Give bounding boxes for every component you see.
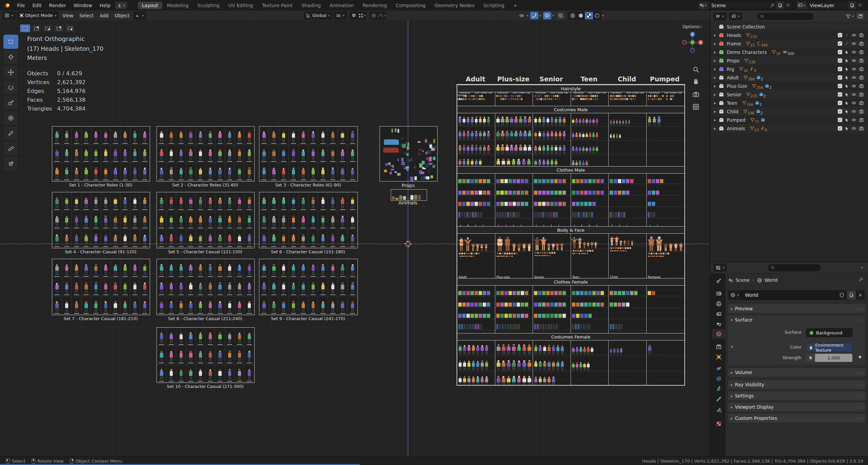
workspace-tab-uv-editing[interactable]: UV Editing xyxy=(224,2,257,9)
selectable-toggle[interactable] xyxy=(845,109,849,114)
tab-physics[interactable] xyxy=(712,364,725,373)
expand-arrow-icon[interactable]: ▶ xyxy=(714,84,719,88)
unlink-datablock-button[interactable]: ✕ xyxy=(856,290,865,300)
strength-node-dot-button[interactable] xyxy=(806,354,815,362)
properties-search-input[interactable] xyxy=(768,264,821,272)
strength-decorator-dot[interactable] xyxy=(859,356,861,358)
viewport-menu-object[interactable]: Object xyxy=(112,13,133,18)
pin-icon[interactable] xyxy=(768,3,776,8)
exclude-checkbox[interactable]: ✓ xyxy=(838,126,842,131)
workspace-tab-rendering[interactable]: Rendering xyxy=(358,2,391,9)
panel-ray-visibility[interactable]: ▸Ray Visibility:::: xyxy=(728,380,865,389)
viewport-menu-add[interactable]: Add xyxy=(97,13,112,18)
viewport-3d[interactable]: Options ▾ > Front Orthographic (17) Head… xyxy=(0,20,710,456)
editor-splitter-horizontal[interactable] xyxy=(710,261,868,262)
exclude-checkbox[interactable]: ✓ xyxy=(838,92,842,97)
expand-arrow-icon[interactable]: ▶ xyxy=(714,34,719,37)
outliner-item-rig[interactable]: ▶Rig1K6✓ xyxy=(710,65,868,73)
outliner-item-animals[interactable]: ▶Animals136✓ xyxy=(710,124,868,133)
outliner-filter-type-dropdown[interactable]: ▾ xyxy=(729,13,742,20)
transform-orientation-dropdown[interactable]: Global ▾ xyxy=(304,12,332,20)
hide-eye-toggle[interactable] xyxy=(851,109,856,114)
workspace-tab-scripting[interactable]: Scripting xyxy=(479,2,509,9)
overlays-toggle[interactable] xyxy=(543,12,551,19)
shading-material-button[interactable] xyxy=(585,12,593,19)
tab-object[interactable] xyxy=(712,352,725,362)
selectable-toggle[interactable] xyxy=(845,67,849,72)
hide-eye-toggle[interactable] xyxy=(851,75,856,80)
breadcrumb-world[interactable]: World xyxy=(764,277,778,283)
expand-arrow-icon[interactable]: ▶ xyxy=(714,118,719,122)
snap-toggle[interactable] xyxy=(350,12,358,19)
properties-editor-type-button[interactable]: ▾ xyxy=(713,264,727,272)
scene-datablock-icon[interactable]: ▾ xyxy=(698,1,708,9)
editor-type-button[interactable]: ▾ xyxy=(2,12,16,20)
selectable-toggle[interactable] xyxy=(845,58,849,63)
expand-arrow-icon[interactable]: ▶ xyxy=(714,110,719,113)
surface-value-button[interactable]: Background xyxy=(806,328,852,337)
expand-arrow-icon[interactable]: ▶ xyxy=(714,42,719,45)
workspace-tab-compositing[interactable]: Compositing xyxy=(392,2,430,9)
workspace-tab-modeling[interactable]: Modeling xyxy=(163,2,193,9)
selectable-toggle[interactable] xyxy=(845,84,849,89)
outliner-item-child[interactable]: ▶Child1462✓ xyxy=(710,107,868,116)
tab-tool[interactable] xyxy=(712,276,725,285)
proportional-editing-toggle[interactable] xyxy=(370,12,378,19)
render-camera-toggle[interactable] xyxy=(859,58,864,63)
outliner-search-input[interactable] xyxy=(757,13,814,20)
selectable-toggle[interactable] xyxy=(845,92,849,97)
viewport-menu-view[interactable]: View xyxy=(59,13,76,18)
expand-arrow-icon[interactable]: ▶ xyxy=(714,127,719,130)
shading-solid-button[interactable] xyxy=(577,12,585,19)
snap-with-dropdown[interactable]: ▾ xyxy=(358,12,366,19)
expand-arrow-icon[interactable]: ▶ xyxy=(714,59,719,62)
panel-surface[interactable]: ▾Surface:::: xyxy=(728,315,865,324)
expand-arrow-icon[interactable]: ▶ xyxy=(714,93,719,96)
hide-eye-toggle[interactable] xyxy=(851,66,856,72)
pivot-point-dropdown[interactable]: ▾ xyxy=(334,12,347,20)
hide-eye-toggle[interactable] xyxy=(851,126,856,131)
tab-constraints[interactable] xyxy=(712,374,725,383)
new-viewlayer-button[interactable] xyxy=(848,1,856,9)
tab-collection[interactable] xyxy=(712,342,725,351)
gizmos-toggle[interactable] xyxy=(530,12,538,19)
scene-name[interactable]: Scene xyxy=(708,3,768,8)
menu-file[interactable]: File xyxy=(13,3,29,8)
hide-eye-toggle[interactable] xyxy=(851,33,856,38)
viewlayer-name[interactable]: ViewLayer xyxy=(807,3,848,8)
remove-viewlayer-button[interactable]: ✕ xyxy=(856,2,864,8)
panel-volume[interactable]: ▸Volume:::: xyxy=(728,368,865,377)
render-camera-toggle[interactable] xyxy=(859,83,864,89)
render-camera-toggle[interactable] xyxy=(859,66,864,72)
menu-window[interactable]: Window xyxy=(70,3,96,8)
world-name-field[interactable]: World xyxy=(741,290,837,300)
viewlayer-icon[interactable]: ▾ xyxy=(796,1,807,9)
hide-eye-toggle[interactable] xyxy=(851,58,856,63)
shading-rendered-button[interactable] xyxy=(593,12,601,19)
render-camera-toggle[interactable] xyxy=(859,33,864,38)
outliner-item-senior[interactable]: ▶Senior2252✓ xyxy=(710,90,868,99)
delete-scene-button[interactable]: ✕ xyxy=(784,2,792,8)
exclude-checkbox[interactable]: ✓ xyxy=(838,109,842,114)
selectable-toggle[interactable] xyxy=(845,126,849,131)
exclude-checkbox[interactable]: ✓ xyxy=(838,50,842,54)
workspace-tab-layout[interactable]: Layout xyxy=(138,2,162,9)
hide-eye-toggle[interactable] xyxy=(851,92,856,97)
color-value-button[interactable]: Environment Texture xyxy=(806,343,852,352)
updates-button[interactable]: ▾ xyxy=(115,2,128,9)
tab-output[interactable] xyxy=(712,299,725,308)
outliner-root-collection[interactable]: Scene Collection xyxy=(710,22,868,31)
hide-eye-toggle[interactable] xyxy=(851,41,856,46)
fake-user-shield-button[interactable] xyxy=(837,290,847,300)
menu-edit[interactable]: Edit xyxy=(29,3,45,8)
xray-toggle[interactable] xyxy=(556,12,565,19)
expand-arrow-icon[interactable]: ▶ xyxy=(714,67,719,71)
exclude-checkbox[interactable]: ✓ xyxy=(838,33,842,37)
panel-viewport-display[interactable]: ▸Viewport Display:::: xyxy=(728,403,865,411)
exclude-checkbox[interactable]: ✓ xyxy=(838,84,842,88)
outliner-item-adult[interactable]: ▶Adult3962✓ xyxy=(710,73,868,82)
selectable-toggle[interactable] xyxy=(845,33,849,38)
exclude-checkbox[interactable]: ✓ xyxy=(838,118,842,122)
tab-scene[interactable] xyxy=(712,319,725,329)
menu-render[interactable]: Render xyxy=(45,3,70,8)
